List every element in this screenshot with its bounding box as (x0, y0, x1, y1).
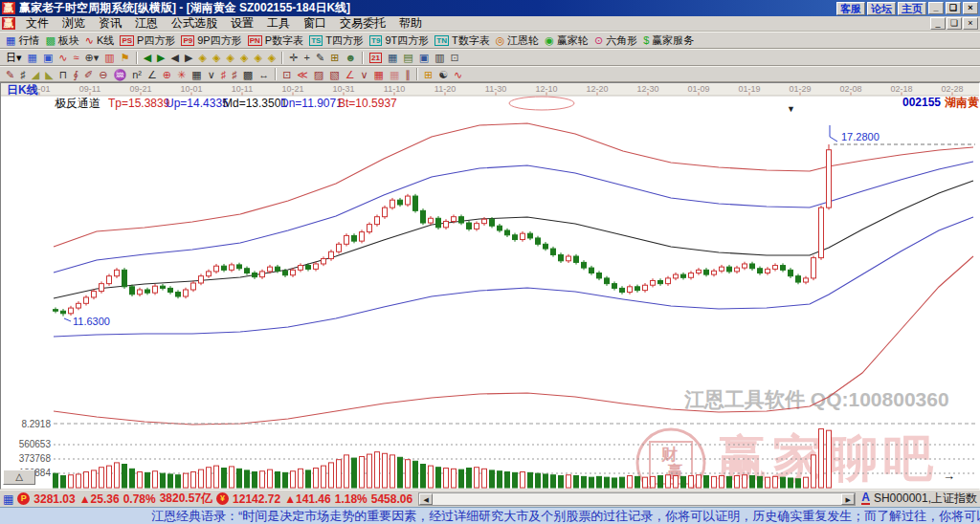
hatch-lines-button[interactable]: ∥ (402, 67, 413, 82)
close-button[interactable]: × (963, 2, 978, 14)
menu-江恩[interactable]: 江恩 (128, 15, 165, 32)
forum-button[interactable]: 论坛 (867, 2, 896, 15)
pin-dropdown-button[interactable]: ⊕▾ (82, 50, 102, 65)
brush-tool-button[interactable]: ✎ (3, 67, 17, 82)
gann-frame-button[interactable]: ⊓ (56, 67, 71, 82)
last-page-button[interactable]: ▶ (154, 50, 167, 65)
hand-tool-button[interactable]: ✛ (286, 50, 301, 65)
menu-交易委托[interactable]: 交易委托 (333, 15, 392, 32)
diamond-v-expand-button[interactable]: ◈ (251, 50, 264, 65)
menu-公式选股[interactable]: 公式选股 (165, 15, 224, 32)
fan-up-button[interactable]: ◢ (29, 67, 42, 82)
quotes-button[interactable]: ▦行情 (3, 33, 42, 48)
price-fence-button[interactable]: ♯ (229, 67, 240, 82)
winner-wheel-button[interactable]: ◉赢家轮 (542, 33, 591, 48)
wave-minor-button[interactable]: ∿ (56, 50, 70, 65)
remote-sync-button[interactable]: ⊡ (448, 50, 462, 65)
p-square-button[interactable]: PSP四方形 (117, 33, 178, 48)
hash-grid-button[interactable]: ♯ (17, 67, 29, 82)
menu-窗口[interactable]: 窗口 (297, 15, 333, 32)
crosshair-tool-button[interactable]: + (301, 50, 313, 65)
scroll-track[interactable] (433, 493, 841, 505)
scroll-left-button[interactable]: ◀ (419, 493, 433, 505)
pink-grid-button[interactable]: ▦ (387, 67, 402, 82)
chart-canvas[interactable]: 江恩工具软件 QQ:100800360 赢家聊吧 财 赢 09-0109-110… (1, 83, 979, 489)
first-page-button[interactable]: ◀ (141, 50, 154, 65)
span-arrows-button[interactable]: ↔ (256, 67, 272, 82)
dark-grid-button[interactable]: ▦ (189, 67, 204, 82)
dense-grid-button[interactable]: ▩ (240, 67, 256, 82)
chart-layout-button[interactable]: ▦ (25, 50, 40, 65)
menu-资讯[interactable]: 资讯 (92, 15, 128, 32)
homepage-button[interactable]: 主页 (898, 2, 926, 15)
t-square-button[interactable]: TST四方形 (306, 33, 367, 48)
trend-angle-button[interactable]: ∠ (343, 67, 358, 82)
cycle-ellipse-button[interactable]: ⊖ (96, 67, 110, 82)
restore-button[interactable]: ❏ (946, 2, 961, 14)
wave-v-button[interactable]: ∨ (205, 67, 218, 82)
color-cube-button[interactable]: ⊞ (421, 67, 435, 82)
next-bar-button[interactable]: ▶ (182, 50, 195, 65)
t9-square-button[interactable]: T99T四方形 (367, 33, 432, 48)
filled-box-button[interactable]: ▨ (311, 67, 326, 82)
menu-浏览[interactable]: 浏览 (56, 15, 92, 32)
menu-工具[interactable]: 工具 (260, 15, 297, 32)
draw-pointer-button[interactable]: ✎ (313, 50, 327, 65)
time-fence-button[interactable]: ♯ (218, 67, 230, 82)
check-wave-button[interactable]: ∨ (358, 67, 371, 82)
winner-service-button[interactable]: $赢家服务 (640, 33, 697, 48)
hexagon-button[interactable]: ⊙六角形 (591, 33, 640, 48)
quote-table-icon[interactable]: ▦ (3, 492, 13, 506)
scroll-right-button[interactable]: ▶ (841, 493, 855, 505)
mdi-restore-button[interactable]: ❏ (947, 17, 962, 30)
sectors-button[interactable]: ▩板块 (42, 33, 81, 48)
mascot-face-button[interactable]: ☻ (342, 50, 359, 65)
period-daily-dropdown-button[interactable]: 日▾ (3, 50, 25, 65)
minimize-button[interactable]: _ (928, 2, 944, 14)
box-select-button[interactable]: ⊡ (279, 67, 294, 82)
menu-文件[interactable]: 文件 (19, 15, 56, 32)
menu-帮助[interactable]: 帮助 (392, 15, 429, 32)
notepad-button[interactable]: ▤ (400, 50, 415, 65)
tab-daily-kline[interactable]: 日K线 (7, 83, 38, 97)
diamond-h-expand-button[interactable]: ◈ (223, 50, 236, 65)
kline-button[interactable]: ∿K线 (82, 33, 118, 48)
shaded-box-button[interactable]: ▧ (326, 67, 342, 82)
save-disk-button[interactable]: ▣ (416, 50, 432, 65)
fan-down-button[interactable]: ◣ (42, 67, 56, 82)
wave-curve-button[interactable]: ∿ (451, 67, 465, 82)
gann-cage-button[interactable]: ⊞ (327, 50, 342, 65)
diamond-right-button[interactable]: ◈ (210, 50, 223, 65)
p-number-table-button[interactable]: PNP数字表 (245, 33, 306, 48)
monitor-button[interactable]: ▥ (432, 50, 447, 65)
index-selector[interactable]: SH000001,上证指数 (874, 491, 977, 507)
prev-bar-button[interactable]: ◀ (168, 50, 182, 65)
diamond-left-button[interactable]: ◈ (196, 50, 210, 65)
target-circle-button[interactable]: ⊕ (160, 67, 174, 82)
status-scrollbar[interactable]: ◀ ▶ (418, 492, 856, 506)
support-button[interactable]: 客服 (836, 2, 865, 15)
yinyang-button[interactable]: ☯ (435, 67, 451, 82)
restore-view-button[interactable]: ▣ (40, 50, 56, 65)
eraser-pen-button[interactable]: ✐ (81, 67, 96, 82)
kline-style-button[interactable]: ▥ (101, 50, 117, 65)
spiral-tool-button[interactable]: ∮ (70, 67, 81, 82)
fan-red-button[interactable]: ≪ (294, 67, 311, 82)
comb-grid-button[interactable]: ♒ (110, 67, 129, 82)
angle-tool-button[interactable]: ∠ (145, 67, 160, 82)
calculator-button[interactable]: ▦ (385, 50, 400, 65)
gann-wheel-button[interactable]: ◎江恩轮 (493, 33, 543, 48)
diamond-v-shrink-button[interactable]: ◈ (265, 50, 278, 65)
starburst-button[interactable]: ✳ (174, 67, 189, 82)
t-number-table-button[interactable]: TNT数字表 (432, 33, 492, 48)
pane-scroll-arrow[interactable]: → (943, 469, 955, 483)
p9-square-button[interactable]: P99P四方形 (178, 33, 244, 48)
diamond-h-shrink-button[interactable]: ◈ (237, 50, 251, 65)
mdi-close-button[interactable]: × (963, 17, 978, 30)
flag-mark-button[interactable]: ⚑ (118, 50, 133, 65)
mdi-minimize-button[interactable]: _ (930, 17, 946, 30)
n2-square-button[interactable]: n² (129, 67, 145, 82)
menu-设置[interactable]: 设置 (224, 15, 260, 32)
calendar-21-button[interactable]: 21 (367, 50, 385, 65)
wave-major-button[interactable]: ≈ (71, 50, 82, 65)
